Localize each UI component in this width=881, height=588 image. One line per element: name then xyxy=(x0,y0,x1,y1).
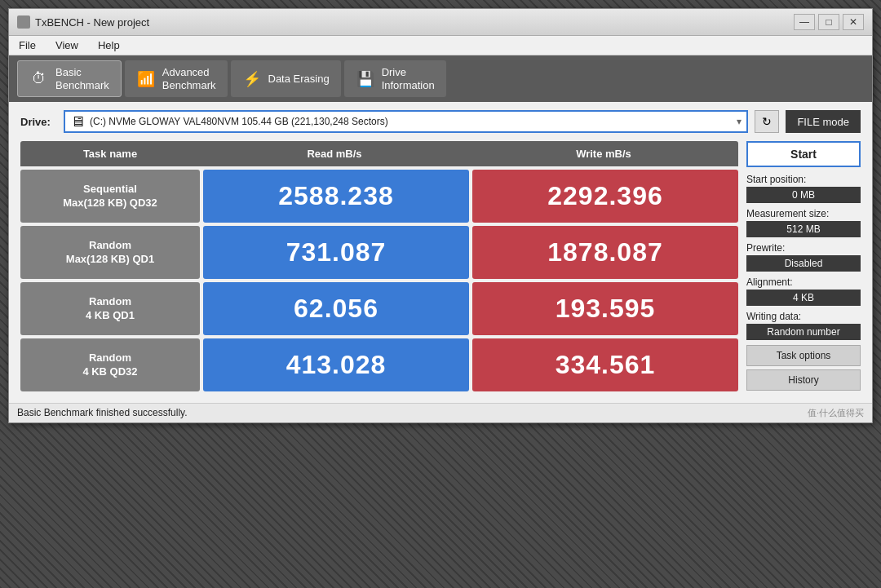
content-area: Drive: 🖥 (C:) NVMe GLOWAY VAL480NVM 105.… xyxy=(9,102,872,403)
watermark: 值·什么值得买 xyxy=(808,407,864,419)
write-value-1: 1878.087 xyxy=(472,226,738,279)
menu-bar: File View Help xyxy=(9,36,872,55)
maximize-button[interactable]: □ xyxy=(818,14,839,30)
bench-row-1: RandomMax(128 KB) QD1 731.087 1878.087 xyxy=(20,226,738,279)
toolbar-basic-label: BasicBenchmark xyxy=(55,66,109,91)
drive-information-icon: 💾 xyxy=(356,69,375,89)
menu-file[interactable]: File xyxy=(15,38,39,53)
start-position-label: Start position: xyxy=(746,174,861,185)
task-options-button[interactable]: Task options xyxy=(746,345,861,366)
write-value-3: 334.561 xyxy=(472,338,738,391)
title-bar-controls: — □ ✕ xyxy=(794,14,864,30)
write-value-2: 193.595 xyxy=(472,282,738,335)
toolbar: ⏱ BasicBenchmark 📶 AdvancedBenchmark ⚡ D… xyxy=(9,55,872,102)
menu-help[interactable]: Help xyxy=(95,38,123,53)
alignment-value: 4 KB xyxy=(746,290,861,306)
toolbar-advanced-benchmark[interactable]: 📶 AdvancedBenchmark xyxy=(125,60,228,97)
writing-data-label: Writing data: xyxy=(746,311,861,322)
toolbar-drive-label: DriveInformation xyxy=(382,66,435,91)
start-button[interactable]: Start xyxy=(746,141,861,167)
bench-row-3: Random4 KB QD32 413.028 334.561 xyxy=(20,338,738,391)
bench-row-0: SequentialMax(128 KB) QD32 2588.238 2292… xyxy=(20,170,738,223)
task-name-3: Random4 KB QD32 xyxy=(20,338,200,391)
data-erasing-icon: ⚡ xyxy=(242,69,262,89)
table-header: Task name Read mB/s Write mB/s xyxy=(20,141,738,166)
task-name-1: RandomMax(128 KB) QD1 xyxy=(20,226,200,279)
main-window: TxBENCH - New project — □ ✕ File View He… xyxy=(8,8,873,423)
read-value-3: 413.028 xyxy=(203,338,469,391)
drive-refresh-button[interactable]: ↻ xyxy=(755,110,779,133)
header-task-name: Task name xyxy=(20,141,200,166)
write-value-0: 2292.396 xyxy=(472,170,738,223)
advanced-benchmark-icon: 📶 xyxy=(136,69,156,89)
drive-select[interactable]: 🖥 (C:) NVMe GLOWAY VAL480NVM 105.44 GB (… xyxy=(64,110,748,133)
toolbar-advanced-label: AdvancedBenchmark xyxy=(162,66,216,91)
drive-dropdown-arrow-icon: ▾ xyxy=(737,116,742,127)
measurement-size-label: Measurement size: xyxy=(746,208,861,219)
file-mode-button[interactable]: FILE mode xyxy=(786,110,861,133)
read-value-0: 2588.238 xyxy=(203,170,469,223)
status-message: Basic Benchmark finished successfully. xyxy=(17,407,188,419)
measurement-size-value: 512 MB xyxy=(746,221,861,237)
title-bar: TxBENCH - New project — □ ✕ xyxy=(9,9,872,36)
menu-view[interactable]: View xyxy=(52,38,82,53)
alignment-label: Alignment: xyxy=(746,276,861,288)
toolbar-drive-information[interactable]: 💾 DriveInformation xyxy=(344,60,446,97)
bench-row-2: Random4 KB QD1 62.056 193.595 xyxy=(20,282,738,335)
status-bar: Basic Benchmark finished successfully. 值… xyxy=(9,403,872,422)
drive-select-icon: 🖥 xyxy=(70,113,85,130)
read-value-2: 62.056 xyxy=(203,282,469,335)
drive-row: Drive: 🖥 (C:) NVMe GLOWAY VAL480NVM 105.… xyxy=(20,110,861,133)
toolbar-erasing-label: Data Erasing xyxy=(268,73,330,86)
app-icon xyxy=(17,15,30,29)
main-area: Task name Read mB/s Write mB/s Sequentia… xyxy=(20,141,861,395)
drive-select-text: (C:) NVMe GLOWAY VAL480NVM 105.44 GB (22… xyxy=(90,116,733,127)
prewrite-value: Disabled xyxy=(746,255,861,272)
history-button[interactable]: History xyxy=(746,369,861,391)
toolbar-data-erasing[interactable]: ⚡ Data Erasing xyxy=(231,60,341,97)
toolbar-basic-benchmark[interactable]: ⏱ BasicBenchmark xyxy=(17,60,122,97)
drive-label: Drive: xyxy=(20,116,57,128)
header-write: Write mB/s xyxy=(469,141,738,166)
window-title: TxBENCH - New project xyxy=(35,16,149,29)
minimize-button[interactable]: — xyxy=(794,14,815,30)
read-value-1: 731.087 xyxy=(203,226,469,279)
start-position-value: 0 MB xyxy=(746,187,861,203)
writing-data-value: Random number xyxy=(746,324,861,340)
close-button[interactable]: ✕ xyxy=(843,14,864,30)
prewrite-label: Prewrite: xyxy=(746,242,861,254)
sidebar: Start Start position: 0 MB Measurement s… xyxy=(746,141,861,395)
header-read: Read mB/s xyxy=(200,141,469,166)
title-bar-left: TxBENCH - New project xyxy=(17,15,149,29)
task-name-0: SequentialMax(128 KB) QD32 xyxy=(20,170,200,223)
benchmark-table: Task name Read mB/s Write mB/s Sequentia… xyxy=(20,141,738,395)
basic-benchmark-icon: ⏱ xyxy=(29,69,49,89)
task-name-2: Random4 KB QD1 xyxy=(20,282,200,335)
